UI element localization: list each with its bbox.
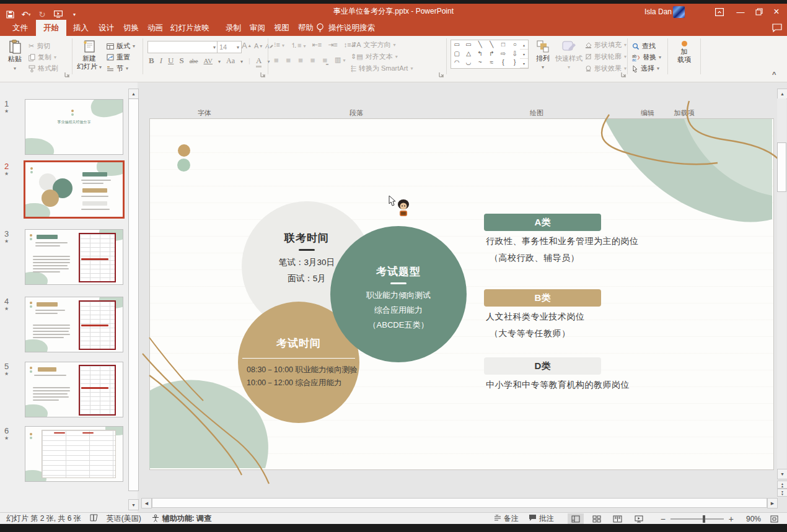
category-b-banner[interactable]: B类: [484, 289, 601, 307]
change-case-button[interactable]: Aa: [226, 56, 235, 66]
fit-to-window-button[interactable]: [766, 513, 782, 525]
align-text-button[interactable]: ⇕▤对齐文本▾: [351, 51, 398, 62]
align-center-button[interactable]: ≡: [286, 56, 291, 65]
layout-button[interactable]: 版式▾: [107, 41, 135, 51]
new-slide-button[interactable]: 新建幻灯片 ▾: [76, 40, 103, 71]
clipboard-dialog-launcher[interactable]: [64, 72, 70, 78]
thumbnail-slide-1[interactable]: 事业编相关经验分享: [25, 99, 123, 155]
underline-button[interactable]: U: [168, 56, 174, 66]
format-painter-button[interactable]: 格式刷: [29, 63, 58, 74]
decrease-indent-button[interactable]: ⇤≡: [312, 41, 322, 50]
slideshow-view-button[interactable]: [631, 513, 647, 525]
thumbnail-slide-6[interactable]: [25, 426, 123, 482]
shape-downarrow-icon[interactable]: ⇩: [509, 50, 521, 59]
shapes-gallery-scrollbar[interactable]: ▴ ▾ ▾: [520, 40, 529, 69]
minimize-button[interactable]: —: [730, 4, 751, 20]
select-button[interactable]: 选择▾: [632, 63, 659, 74]
shape-curve-icon[interactable]: ~: [474, 58, 486, 68]
shape-fill-button[interactable]: 形状填充▾: [585, 40, 627, 50]
zoom-level[interactable]: 90%: [740, 515, 761, 523]
thumb-scroll-up[interactable]: ▲: [128, 89, 139, 99]
hscroll-right[interactable]: ▶: [767, 498, 778, 508]
shrink-font-button[interactable]: A▾: [254, 41, 262, 51]
comments-bubble-icon[interactable]: [772, 24, 782, 34]
increase-indent-button[interactable]: ⇥≡: [328, 41, 338, 50]
category-b-desc2[interactable]: （大专等专任教师）: [490, 328, 571, 339]
font-size-combobox[interactable]: 14▾: [217, 41, 242, 53]
text-direction-button[interactable]: ⇵A文字方向▾: [351, 40, 396, 50]
ribbon-display-options-button[interactable]: [709, 4, 730, 20]
close-button[interactable]: ×: [766, 4, 787, 20]
shape-triangle-icon[interactable]: △: [463, 50, 475, 59]
shape-roundrect-icon[interactable]: ▢: [451, 50, 463, 59]
thumb-scroll-thumb[interactable]: [128, 98, 139, 491]
shape-lbrace-icon[interactable]: {: [498, 58, 509, 68]
hscroll-left[interactable]: ◀: [141, 498, 152, 508]
clear-formatting-button[interactable]: A: [265, 41, 273, 51]
vscroll-up[interactable]: ▲: [777, 89, 787, 99]
slide-sorter-view-button[interactable]: [589, 513, 605, 525]
circle-exam-type[interactable]: 考试题型 职业能力倾向测试 综合应用能力 （ABCDE五类）: [330, 226, 467, 362]
align-left-button[interactable]: ≡: [274, 56, 279, 65]
language-indicator[interactable]: 英语(美国): [107, 513, 141, 524]
shapes-gallery[interactable]: ▭ ▭ ╲ ╲ □ ○ ▢ △ ↰ ↱ ⇨ ⇩ ◠ ◡ ~ ≈ { }: [451, 40, 521, 69]
replace-button[interactable]: abac 替换▾: [632, 52, 661, 63]
shape-scribble-icon[interactable]: ≈: [486, 58, 498, 68]
slide-number-indicator[interactable]: 幻灯片 第 2 张, 共 6 张: [6, 513, 81, 524]
zoom-slider[interactable]: [670, 518, 724, 520]
zoom-slider-thumb[interactable]: [703, 515, 705, 523]
account-avatar[interactable]: [673, 6, 685, 18]
section-button[interactable]: 节▾: [107, 63, 128, 74]
zoom-in-button[interactable]: +: [729, 514, 734, 524]
shape-elbow-icon[interactable]: ↰: [474, 50, 486, 59]
convert-smartart-button[interactable]: ⬱转换为 SmartArt▾: [351, 63, 413, 74]
align-right-button[interactable]: ≡: [298, 56, 303, 65]
tab-slideshow[interactable]: 幻灯片放映: [163, 20, 217, 36]
thumbnail-slide-2[interactable]: [24, 160, 125, 219]
normal-view-button[interactable]: [568, 513, 584, 525]
thumb-scroll-down[interactable]: ▼: [128, 499, 139, 510]
grow-font-button[interactable]: A▴: [242, 40, 251, 51]
shapes-scroll-down[interactable]: ▾: [520, 50, 528, 59]
shape-vtextbox-icon[interactable]: ▭: [463, 40, 475, 50]
shape-arrow-icon[interactable]: ╲: [486, 40, 498, 50]
shadow-button[interactable]: S: [179, 56, 183, 66]
hscroll-track[interactable]: [152, 498, 767, 508]
character-spacing-button[interactable]: AV: [204, 57, 213, 64]
shape-rect-icon[interactable]: □: [498, 40, 509, 50]
distribute-button[interactable]: ≡̳: [322, 56, 327, 65]
accessibility-status[interactable]: 辅助功能: 调查: [162, 513, 211, 524]
category-a-desc2[interactable]: （高校行政、辅导员）: [490, 253, 579, 264]
shape-textbox-icon[interactable]: ▭: [451, 40, 463, 50]
shape-elbow2-icon[interactable]: ↱: [486, 50, 498, 59]
comments-button[interactable]: 批注: [539, 513, 554, 524]
shape-rbrace-icon[interactable]: }: [509, 58, 521, 68]
font-color-button[interactable]: A: [256, 56, 262, 68]
tab-file[interactable]: 文件: [5, 20, 35, 36]
drawing-dialog-launcher[interactable]: [620, 72, 627, 78]
category-d-banner[interactable]: D类: [484, 357, 601, 375]
shape-oval-icon[interactable]: ○: [509, 40, 521, 50]
paste-button[interactable]: 粘贴▾: [4, 40, 26, 72]
shape-rightarrow-icon[interactable]: ⇨: [498, 50, 509, 59]
tell-me-search[interactable]: 操作说明搜索: [321, 20, 382, 36]
thumbnail-slide-4[interactable]: [25, 297, 123, 352]
font-dialog-launcher[interactable]: [260, 72, 266, 78]
vscroll-thumb[interactable]: [777, 142, 786, 192]
vscroll-down[interactable]: ▼: [777, 469, 787, 479]
numbering-button[interactable]: ⒈≡ ▾: [291, 41, 306, 50]
accent-dot-gold[interactable]: [178, 144, 190, 157]
theme-icon[interactable]: [90, 514, 98, 523]
bullets-button[interactable]: ⁝≡ ▾: [274, 41, 284, 50]
copy-button[interactable]: 复制▾: [29, 52, 56, 63]
category-b-desc1[interactable]: 人文社科类专业技术岗位: [486, 312, 585, 323]
collapse-ribbon-chevron[interactable]: ^: [772, 71, 776, 78]
shapes-more-button[interactable]: ▾: [520, 59, 528, 68]
find-button[interactable]: 查找: [632, 41, 656, 51]
account-name[interactable]: Isla Dan: [644, 7, 672, 16]
shape-arc2-icon[interactable]: ◡: [463, 58, 475, 68]
category-d-desc1[interactable]: 中小学和中专等教育机构的教师岗位: [486, 380, 630, 391]
reading-view-button[interactable]: [610, 513, 626, 525]
category-a-desc1[interactable]: 行政性、事务性和业务管理为主的岗位: [486, 236, 639, 247]
shapes-scroll-up[interactable]: ▴: [520, 40, 528, 50]
